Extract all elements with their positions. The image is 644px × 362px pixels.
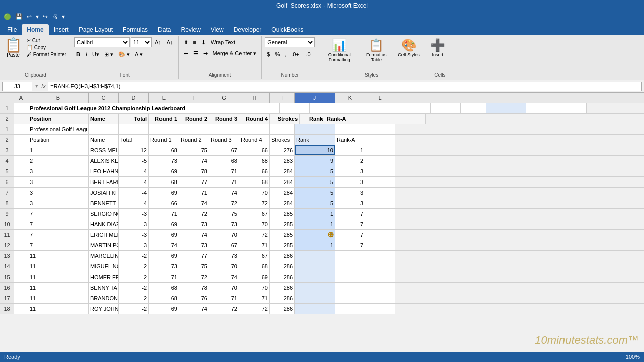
col-header-D[interactable]: D <box>119 93 149 103</box>
cell-K5[interactable]: 3 <box>335 166 365 176</box>
row-header-15[interactable]: 15 <box>0 272 14 282</box>
cell-C13[interactable]: MARCELINO GARRISON <box>89 251 119 261</box>
cell-B3[interactable]: 1 <box>28 145 89 155</box>
cell-J2b[interactable]: Rank-A <box>325 114 365 124</box>
cell-D17[interactable]: -2 <box>119 293 149 303</box>
cell-F11[interactable]: 74 <box>179 230 209 240</box>
cell-C7[interactable]: JOSIAH KHAN <box>89 188 119 198</box>
cell-J16[interactable] <box>295 283 335 293</box>
col-header-C[interactable]: C <box>89 93 119 103</box>
cell-A1[interactable] <box>14 103 28 113</box>
cell-G3[interactable]: 67 <box>209 145 239 155</box>
row-header-3[interactable]: 3 <box>0 145 14 155</box>
cell-E1[interactable] <box>340 103 370 113</box>
cell-I9[interactable]: 285 <box>270 209 295 219</box>
fill-color-button[interactable]: 🎨 ▾ <box>116 49 132 59</box>
row-header-18[interactable]: 18 <box>0 304 14 314</box>
cell-A2[interactable] <box>14 135 28 145</box>
borders-button[interactable]: ⊞ ▾ <box>102 49 115 59</box>
cell-L10[interactable] <box>365 219 395 229</box>
cell-B12[interactable]: 7 <box>28 240 89 250</box>
cell-J7[interactable]: 5 <box>295 188 335 198</box>
cell-A3[interactable] <box>14 145 28 155</box>
cell-D13[interactable]: -2 <box>119 251 149 261</box>
cell-B5[interactable]: 3 <box>28 166 89 176</box>
row-header-17[interactable]: 17 <box>0 293 14 303</box>
currency-button[interactable]: $ <box>265 49 272 59</box>
cell-J9[interactable]: 1 <box>295 209 335 219</box>
cell-A16[interactable] <box>14 283 28 293</box>
cell-K16[interactable] <box>335 283 365 293</box>
cell-G7[interactable]: 74 <box>209 188 239 198</box>
cell-C10[interactable]: HANK DIAZ <box>89 219 119 229</box>
cell-A8[interactable] <box>14 198 28 208</box>
cell-I4[interactable]: 283 <box>270 156 295 166</box>
cell-D1[interactable] <box>119 124 149 134</box>
cell-J11[interactable]: 1⊕ <box>295 230 335 240</box>
cell-L18[interactable] <box>365 304 395 314</box>
cell-B14[interactable]: 11 <box>28 261 89 272</box>
cell-A1[interactable] <box>14 124 28 134</box>
cell-styles-button[interactable]: 🎨 Cell Styles <box>396 37 422 58</box>
cell-F7[interactable]: 71 <box>179 188 209 198</box>
cell-H17[interactable]: 71 <box>239 293 270 303</box>
cell-J1[interactable] <box>486 103 526 113</box>
cell-A14[interactable] <box>14 261 28 272</box>
cell-C4[interactable]: ALEXIS KEY <box>89 156 119 166</box>
cell-H8[interactable]: 72 <box>239 198 270 208</box>
cell-K10[interactable]: 7 <box>335 219 365 229</box>
cell-C17[interactable]: BRANDON SANCHEZ <box>89 293 119 303</box>
cell-G6[interactable]: 71 <box>209 177 239 187</box>
tab-quickbooks[interactable]: QuickBooks <box>266 24 308 35</box>
cell-H7[interactable]: 70 <box>239 188 270 198</box>
format-painter-button[interactable]: 🖌 Format Painter <box>25 51 68 58</box>
cell-F14[interactable]: 75 <box>179 261 209 272</box>
cell-D9[interactable]: -3 <box>119 209 149 219</box>
cell-L1[interactable] <box>365 124 395 134</box>
cell-E7[interactable]: 69 <box>149 188 179 198</box>
cell-B2[interactable]: Position <box>28 114 89 124</box>
cell-E2[interactable]: Round 1 <box>149 135 179 145</box>
align-right-button[interactable]: ➡ <box>201 48 210 58</box>
cell-E14[interactable]: 73 <box>149 261 179 272</box>
cell-K12[interactable]: 7 <box>335 240 365 250</box>
cell-E12[interactable]: 74 <box>149 240 179 250</box>
cell-J15[interactable] <box>295 272 335 282</box>
cell-D11[interactable]: -3 <box>119 230 149 240</box>
cell-F1[interactable] <box>179 124 209 134</box>
cell-H4[interactable]: 68 <box>239 156 270 166</box>
cell-A11[interactable] <box>14 230 28 240</box>
col-header-G[interactable]: G <box>209 93 239 103</box>
cell-C18[interactable]: ROY JOHNSON <box>89 304 119 314</box>
cell-J2[interactable]: Rank <box>295 135 335 145</box>
cell-B9[interactable]: 7 <box>28 209 89 219</box>
cell-C8[interactable]: BENNETT RIVAS <box>89 198 119 208</box>
cell-A6[interactable] <box>14 177 28 187</box>
cell-D8[interactable]: -4 <box>119 198 149 208</box>
cell-C1[interactable] <box>280 103 310 113</box>
tab-page-layout[interactable]: Page Layout <box>74 24 118 35</box>
insert-button[interactable]: ➕ Insert <box>428 37 447 58</box>
cell-G8[interactable]: 72 <box>209 198 239 208</box>
cell-I12[interactable]: 285 <box>270 240 295 250</box>
cell-D3[interactable]: -12 <box>119 145 149 155</box>
cell-D2[interactable]: Total <box>119 114 149 124</box>
cell-I16[interactable]: 286 <box>270 283 295 293</box>
cell-A5[interactable] <box>14 166 28 176</box>
bold-button[interactable]: B <box>74 49 83 59</box>
cell-K6[interactable]: 3 <box>335 177 365 187</box>
cell-K2[interactable]: Rank-A <box>335 135 365 145</box>
cell-H2[interactable]: Round 4 <box>239 135 270 145</box>
cell-H2[interactable]: Round 4 <box>239 114 270 124</box>
cell-C12[interactable]: MARTIN POPE <box>89 240 119 250</box>
cell-I10[interactable]: 285 <box>270 219 295 229</box>
col-header-A[interactable]: A <box>14 93 28 103</box>
cell-F8[interactable]: 74 <box>179 198 209 208</box>
col-header-F[interactable]: F <box>179 93 209 103</box>
row-header-13[interactable]: 13 <box>0 251 14 261</box>
cell-E8[interactable]: 66 <box>149 198 179 208</box>
cell-J17[interactable] <box>295 293 335 303</box>
cell-F9[interactable]: 72 <box>179 209 209 219</box>
cell-B18[interactable]: 11 <box>28 304 89 314</box>
cell-I13[interactable]: 286 <box>270 251 295 261</box>
